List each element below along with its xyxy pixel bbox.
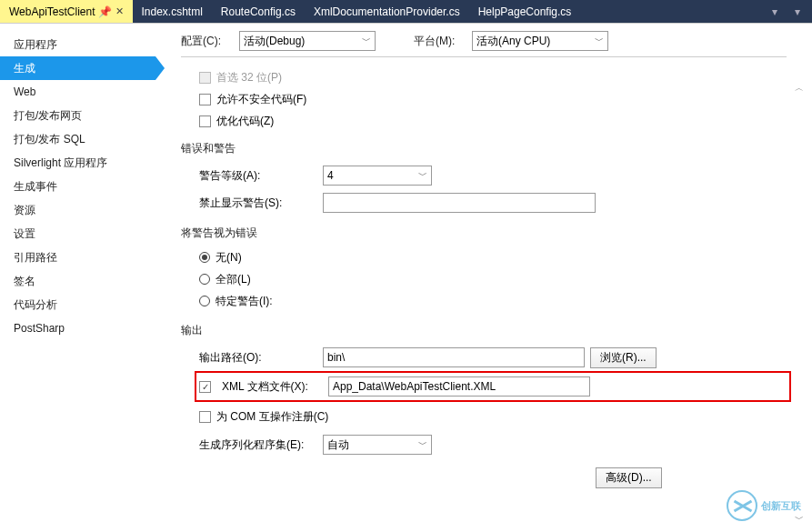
treat-warnings-heading: 将警告视为错误 xyxy=(181,226,787,241)
serialization-label: 生成序列化程序集(E): xyxy=(199,437,317,453)
com-register-label: 为 COM 互操作注册(C) xyxy=(216,409,328,425)
tab-item[interactable]: HelpPageConfig.cs xyxy=(469,0,581,23)
watermark-logo-icon xyxy=(727,490,757,521)
allow-unsafe-label: 允许不安全代码(F) xyxy=(216,92,306,107)
xml-doc-path-input[interactable]: App_Data\WebApiTestClient.XML xyxy=(328,376,590,396)
advanced-button[interactable]: 高级(D)... xyxy=(596,467,662,488)
sidebar-item-silverlight[interactable]: Silverlight 应用程序 xyxy=(0,151,155,175)
prefer-32bit-checkbox xyxy=(199,72,211,84)
optimize-code-checkbox[interactable] xyxy=(199,115,211,127)
treat-none-radio[interactable] xyxy=(199,252,210,263)
sidebar-item-package-sql[interactable]: 打包/发布 SQL xyxy=(0,127,155,151)
window-action-icon[interactable]: ▾ xyxy=(785,0,810,23)
tab-active[interactable]: WebApiTestClient 📌 ✕ xyxy=(0,0,133,23)
sidebar-item-code-analysis[interactable]: 代码分析 xyxy=(0,293,155,316)
watermark: 创新互联 xyxy=(727,488,801,523)
optimize-code-label: 优化代码(Z) xyxy=(216,114,274,129)
chevron-down-icon: ﹀ xyxy=(362,35,371,47)
warning-level-combo[interactable]: 4﹀ xyxy=(323,166,432,186)
watermark-text: 创新互联 xyxy=(761,500,801,511)
configuration-label: 配置(C): xyxy=(181,34,234,49)
xml-doc-label: XML 文档文件(X): xyxy=(222,379,323,395)
sidebar-item-postsharp[interactable]: PostSharp xyxy=(0,316,155,340)
scroll-up-icon[interactable]: ︿ xyxy=(791,80,807,95)
platform-label: 平台(M): xyxy=(414,34,466,49)
com-register-checkbox[interactable] xyxy=(199,411,211,423)
pin-icon[interactable]: 📌 xyxy=(101,7,110,16)
project-properties-panel: 应用程序 生成 Web 打包/发布网页 打包/发布 SQL Silverligh… xyxy=(0,23,812,532)
chevron-down-icon: ﹀ xyxy=(418,438,427,451)
sidebar-item-signing[interactable]: 签名 xyxy=(0,269,155,293)
allow-unsafe-checkbox[interactable] xyxy=(199,94,211,105)
chevron-down-icon: ﹀ xyxy=(418,169,427,182)
configuration-combo[interactable]: 活动(Debug)﹀ xyxy=(239,31,376,51)
sidebar-item-application[interactable]: 应用程序 xyxy=(0,33,155,56)
tab-item[interactable]: RouteConfig.cs xyxy=(212,0,305,23)
prefer-32bit-label: 首选 32 位(P) xyxy=(216,70,282,85)
tab-overflow-icon[interactable]: ▾ xyxy=(767,5,783,18)
sidebar-item-web[interactable]: Web xyxy=(0,80,155,104)
category-sidebar: 应用程序 生成 Web 打包/发布网页 打包/发布 SQL Silverligh… xyxy=(0,24,155,532)
output-path-label: 输出路径(O): xyxy=(199,350,317,366)
tab-item[interactable]: Index.cshtml xyxy=(133,0,212,23)
build-settings-content: ︿ 配置(C): 活动(Debug)﹀ 平台(M): 活动(Any CPU)﹀ … xyxy=(155,24,812,532)
close-icon[interactable]: ✕ xyxy=(115,5,124,17)
output-heading: 输出 xyxy=(181,323,787,338)
sidebar-item-package-web[interactable]: 打包/发布网页 xyxy=(0,104,155,127)
suppress-warnings-label: 禁止显示警告(S): xyxy=(199,196,317,211)
treat-all-label: 全部(L) xyxy=(216,272,251,287)
errors-warnings-heading: 错误和警告 xyxy=(181,141,787,156)
xml-doc-checkbox[interactable]: ✓ xyxy=(199,381,211,393)
platform-combo[interactable]: 活动(Any CPU)﹀ xyxy=(472,31,608,51)
browse-button[interactable]: 浏览(R)... xyxy=(590,347,657,368)
treat-all-radio[interactable] xyxy=(199,274,210,285)
treat-specific-label: 特定警告(I): xyxy=(216,294,273,309)
tab-item[interactable]: XmlDocumentationProvider.cs xyxy=(305,0,469,23)
sidebar-item-settings[interactable]: 设置 xyxy=(0,222,155,246)
sidebar-item-build[interactable]: 生成 xyxy=(0,56,155,80)
chevron-down-icon: ﹀ xyxy=(595,35,604,47)
sidebar-item-reference-paths[interactable]: 引用路径 xyxy=(0,246,155,269)
sidebar-item-build-events[interactable]: 生成事件 xyxy=(0,175,155,198)
suppress-warnings-input[interactable] xyxy=(323,193,596,213)
output-path-input[interactable]: bin\ xyxy=(323,347,585,367)
tab-label: WebApiTestClient xyxy=(9,5,95,18)
treat-none-label: 无(N) xyxy=(216,250,242,266)
serialization-combo[interactable]: 自动﹀ xyxy=(323,435,432,455)
xml-doc-highlight: ✓ XML 文档文件(X): App_Data\WebApiTestClient… xyxy=(195,371,791,402)
warning-level-label: 警告等级(A): xyxy=(199,168,317,184)
treat-specific-radio[interactable] xyxy=(199,296,210,306)
document-tabbar: WebApiTestClient 📌 ✕ Index.cshtml RouteC… xyxy=(0,0,812,23)
sidebar-item-resources[interactable]: 资源 xyxy=(0,198,155,222)
